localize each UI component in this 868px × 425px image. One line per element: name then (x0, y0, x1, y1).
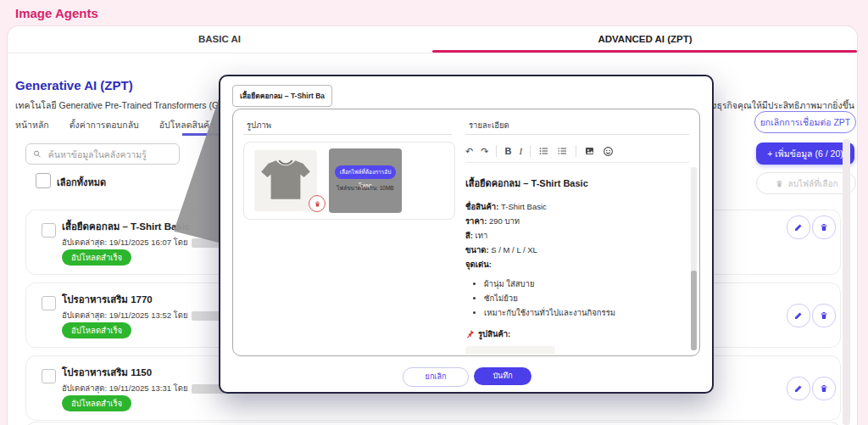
numbered-list-icon[interactable] (557, 146, 568, 156)
emoji-icon[interactable] (603, 146, 614, 157)
search-input[interactable] (47, 148, 172, 160)
toolbar-divider (530, 145, 531, 157)
row-edit-button[interactable] (787, 304, 810, 327)
save-button[interactable]: บันทึก (474, 367, 531, 385)
row-title: เสื้อยืดคอกลม – T-Shirt Basic (62, 219, 190, 234)
richtext-toolbar: ↶ ↷ B I (465, 140, 689, 163)
redo-icon[interactable]: ↷ (481, 146, 488, 157)
add-data-button[interactable]: + เพิ่มข้อมูล (6 / 20) (756, 143, 854, 165)
detail-heading: เสื้อยืดคอกลม – T-Shirt Basic (465, 176, 682, 191)
divider (243, 134, 452, 135)
row-delete-button[interactable] (812, 215, 836, 239)
upload-dropzone[interactable]: เลือกไฟล์ที่ต้องการอัปโหลด ไฟล์ขนาดไม่เก… (329, 148, 402, 213)
row-updated-text: อัปเดตล่าสุด: 19/11/2025 16:07 โดย (62, 238, 187, 247)
search-icon (33, 149, 42, 159)
row-checkbox[interactable] (42, 296, 56, 310)
toolbar-divider (576, 145, 576, 157)
trash-icon (819, 310, 829, 321)
row-title: โปรอาหารเสริม 1150 (62, 365, 152, 380)
field-label: สี: (465, 231, 473, 240)
row-updated-text: อัปเดตล่าสุด: 19/11/2025 13:52 โดย (62, 310, 187, 320)
trash-icon (819, 222, 829, 232)
product-image-caption: รูปสินค้า: (465, 327, 682, 340)
detail-fields: ชื่อสินค้า: T-Shirt Basic ราคา: 290 บาท … (465, 199, 682, 271)
details-section-label: รายละเอียด (469, 119, 509, 131)
bold-icon[interactable]: B (504, 146, 511, 156)
product-thumbnail (254, 150, 317, 211)
field-label: ขนาด: (465, 245, 489, 254)
page-scrollbar[interactable] (843, 139, 850, 425)
pushpin-icon (465, 329, 475, 338)
pencil-icon (793, 383, 804, 394)
row-checkbox[interactable] (42, 223, 56, 238)
field-value: เทา (476, 231, 488, 240)
product-image (465, 346, 555, 354)
select-all-checkbox[interactable] (36, 173, 51, 188)
undo-icon[interactable]: ↶ (465, 146, 473, 157)
details-scrollbar[interactable] (691, 167, 697, 350)
product-image-caption-text: รูปสินค้า: (478, 327, 510, 340)
remove-image-button[interactable] (309, 195, 326, 212)
trash-icon (775, 179, 784, 188)
divider (465, 134, 689, 135)
italic-icon[interactable]: I (519, 146, 522, 156)
status-badge: อัปโหลดสำเร็จ (62, 322, 131, 338)
delete-selected-label: ลบไฟล์ที่เลือก (788, 177, 838, 190)
field-value: S / M / L / XL (491, 245, 537, 254)
file-size-hint: ไฟล์ขนาดไม่เกิน: 10MB (329, 184, 402, 193)
trash-icon (819, 383, 829, 394)
field-label: จุดเด่น: (465, 260, 492, 269)
nav-item-upload-products[interactable]: อัปโหลดสินค้า (159, 118, 214, 132)
cancel-button[interactable]: ยกเลิก (403, 367, 469, 387)
status-badge: อัปโหลดสำเร็จ (62, 395, 131, 411)
knowledge-search (25, 143, 180, 165)
feature-bullet: ซักไม่ย้วย (484, 291, 682, 305)
field-value: T-Shirt Basic (501, 202, 547, 211)
row-checkbox[interactable] (42, 369, 56, 383)
image-strip: เลือกไฟล์ที่ต้องการอัปโหลด ไฟล์ขนาดไม่เก… (243, 142, 455, 220)
delete-selected-button[interactable]: ลบไฟล์ที่เลือก (756, 172, 856, 194)
tshirt-image (476, 350, 545, 354)
tshirt-image (260, 155, 311, 204)
tab-advanced-ai[interactable]: ADVANCED AI (ZPT) (432, 25, 858, 53)
item-title-box[interactable]: เสื้อยืดคอกลม – T-Shirt Ba (232, 85, 332, 107)
list-item-partial[interactable] (25, 422, 841, 425)
bullet-list-icon[interactable] (538, 146, 549, 156)
nav-item-reply-settings[interactable]: ตั้งค่าการตอบกลับ (70, 118, 139, 132)
disconnect-zpt-button[interactable]: ยกเลิกการเชื่อมต่อ ZPT (754, 111, 856, 133)
details-editor[interactable]: เสื้อยืดคอกลม – T-Shirt Basic ชื่อสินค้า… (465, 164, 682, 354)
image-section-label: รูปภาพ (247, 119, 271, 131)
status-badge: อัปโหลดสำเร็จ (62, 249, 131, 266)
tab-basic-ai[interactable]: BASIC AI (7, 25, 432, 53)
toolbar-divider (496, 145, 497, 157)
field-label: ชื่อสินค้า: (465, 202, 498, 211)
row-delete-button[interactable] (812, 304, 836, 327)
feature-bullet: เหมาะกับใช้งานทั่วไปและงานกิจกรรม (484, 305, 682, 320)
field-label: ราคา: (465, 216, 487, 226)
insert-image-icon[interactable] (584, 146, 595, 156)
select-all-label: เลือกทั้งหมด (57, 175, 106, 190)
choose-file-button[interactable]: เลือกไฟล์ที่ต้องการอัปโหลด (335, 165, 396, 179)
pencil-icon (793, 310, 804, 321)
edit-item-modal: เสื้อยืดคอกลม – T-Shirt Ba รูปภาพ เลือกไ… (219, 75, 714, 394)
nav-item-home[interactable]: หน้าหลัก (15, 118, 49, 132)
pencil-icon (793, 222, 804, 232)
row-delete-button[interactable] (812, 377, 836, 400)
modal-content-card: รูปภาพ เลือกไฟล์ที่ต้องการอัปโหลด ไฟล์ขน… (232, 109, 700, 356)
row-title: โปรอาหารเสริม 1770 (62, 292, 153, 307)
details-scrollbar-thumb[interactable] (691, 271, 697, 350)
image-agents-page: Image Agents BASIC AI ADVANCED AI (ZPT) … (0, 0, 868, 425)
row-edit-button[interactable] (787, 377, 810, 400)
row-edit-button[interactable] (787, 215, 810, 239)
active-tab-underline (432, 50, 857, 53)
feature-bullets: ผ้านุ่ม ใส่สบาย ซักไม่ย้วย เหมาะกับใช้งา… (465, 277, 682, 320)
page-title: Image Agents (15, 6, 98, 20)
feature-bullet: ผ้านุ่ม ใส่สบาย (484, 277, 682, 291)
row-updated-text: อัปเดตล่าสุด: 19/11/2025 13:31 โดย (62, 383, 187, 393)
field-value: 290 บาท (489, 216, 520, 226)
section-title: Generative AI (ZPT) (15, 78, 133, 92)
trash-icon (314, 200, 321, 208)
